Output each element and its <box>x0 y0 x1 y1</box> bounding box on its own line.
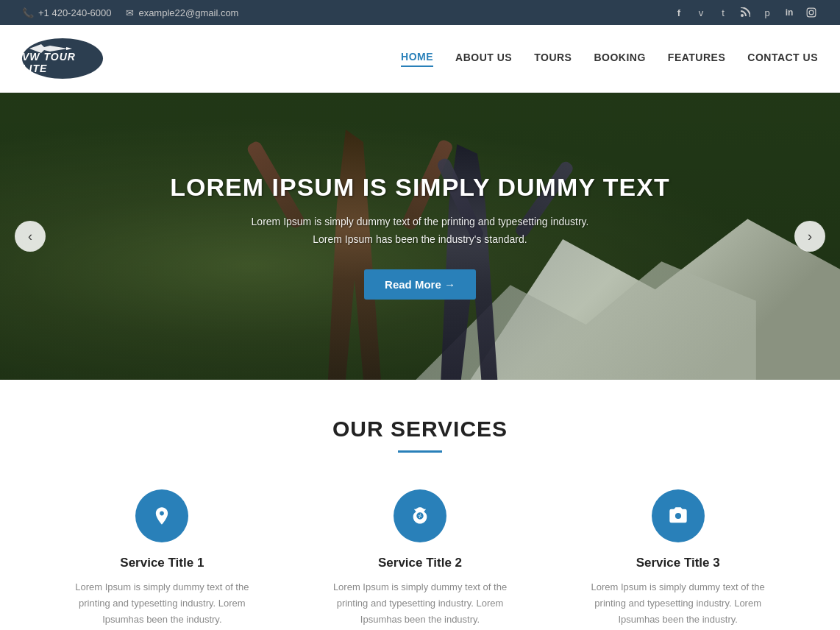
service-title-2: Service Title 2 <box>378 556 462 570</box>
hero-content: LOREM IPSUM IS SIMPLY DUMMY TEXT Lorem I… <box>0 93 840 380</box>
service-icon-2 <box>394 489 446 542</box>
service-icon-3 <box>652 489 705 542</box>
service-desc-3: Lorem Ipsum is simply dummy text of the … <box>574 579 781 628</box>
svg-point-0 <box>741 14 744 17</box>
email-icon: ✉ <box>126 7 134 18</box>
email-info: ✉ example22@gmail.com <box>126 7 238 18</box>
phone-number: +1 420-240-6000 <box>38 7 111 18</box>
top-bar: 📞 +1 420-240-6000 ✉ example22@gmail.com … <box>0 0 840 25</box>
hero-cta-button[interactable]: Read More → <box>364 269 476 300</box>
nav-home[interactable]: HOME <box>401 51 433 67</box>
svg-point-3 <box>814 10 814 10</box>
service-card-1: Service Title 1 Lorem Ipsum is simply du… <box>44 489 280 628</box>
nav-contact[interactable]: CONTACT US <box>747 52 818 66</box>
services-divider <box>398 450 442 453</box>
hero-title: LOREM IPSUM IS SIMPLY DUMMY TEXT <box>170 173 669 202</box>
nav-features[interactable]: FEATURES <box>668 52 725 66</box>
facebook-link[interactable]: f <box>672 6 686 19</box>
services-section: OUR SERVICES Service Title 1 Lorem Ipsum… <box>0 380 840 630</box>
logo-oval: VW TOUR LITE <box>22 38 103 79</box>
nav-about[interactable]: ABOUT US <box>455 52 512 66</box>
main-nav: HOME ABOUT US TOURS BOOKING FEATURES CON… <box>401 51 818 67</box>
vimeo-link[interactable]: v <box>694 6 708 19</box>
service-desc-1: Lorem Ipsum is simply dummy text of the … <box>59 579 266 628</box>
hero-slider: ‹ LOREM IPSUM IS SIMPLY DUMMY TEXT Lorem… <box>0 93 840 380</box>
nav-booking[interactable]: BOOKING <box>594 52 645 66</box>
services-grid: Service Title 1 Lorem Ipsum is simply du… <box>44 489 796 628</box>
service-title-1: Service Title 1 <box>120 556 204 570</box>
phone-icon: 📞 <box>22 7 34 18</box>
phone-info: 📞 +1 420-240-6000 <box>22 7 111 18</box>
logo[interactable]: VW TOUR LITE <box>22 38 103 79</box>
slider-next-button[interactable]: › <box>794 221 825 252</box>
service-card-2: Service Title 2 Lorem Ipsum is simply du… <box>302 489 538 628</box>
svg-point-2 <box>809 10 814 15</box>
instagram-link[interactable] <box>805 6 818 19</box>
rss-link[interactable] <box>738 6 752 19</box>
email-address: example22@gmail.com <box>138 7 238 18</box>
service-desc-2: Lorem Ipsum is simply dummy text of the … <box>317 579 524 628</box>
pinterest-link[interactable]: p <box>761 6 774 19</box>
tumblr-link[interactable]: t <box>716 6 730 19</box>
linkedin-link[interactable]: in <box>783 6 796 19</box>
nav-tours[interactable]: TOURS <box>534 52 572 66</box>
services-title: OUR SERVICES <box>44 417 796 442</box>
service-card-3: Service Title 3 Lorem Ipsum is simply du… <box>560 489 796 628</box>
svg-marker-4 <box>66 47 72 50</box>
service-title-3: Service Title 3 <box>636 556 720 570</box>
hero-subtitle: Lorem Ipsum is simply dummy text of the … <box>236 213 604 249</box>
header: VW TOUR LITE HOME ABOUT US TOURS BOOKING… <box>0 25 840 93</box>
svg-rect-1 <box>807 8 816 17</box>
service-icon-1 <box>135 489 188 542</box>
top-bar-contact: 📞 +1 420-240-6000 ✉ example22@gmail.com <box>22 7 238 18</box>
slider-prev-button[interactable]: ‹ <box>15 221 46 252</box>
social-links: f v t p in <box>672 6 818 19</box>
